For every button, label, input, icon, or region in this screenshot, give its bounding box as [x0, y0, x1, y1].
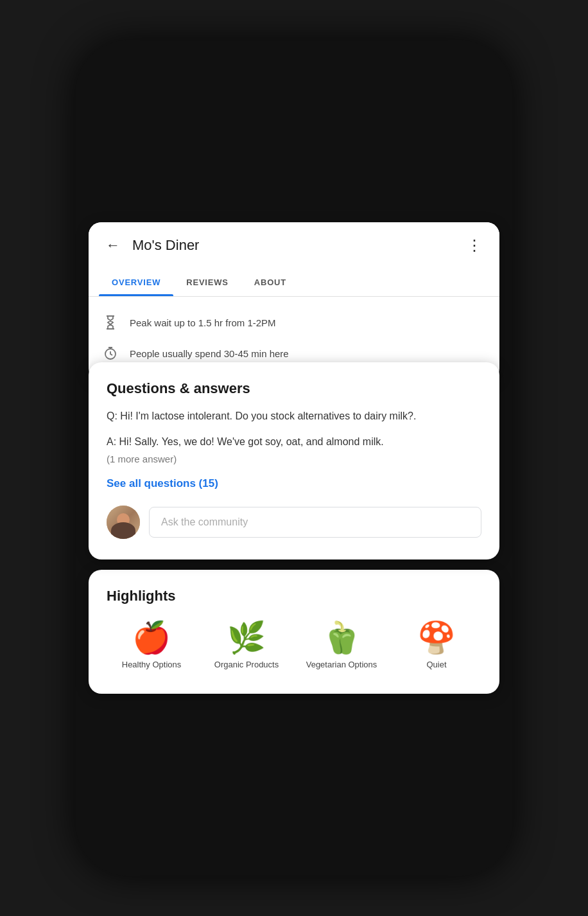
qa-answer: A: Hi! Sally. Yes, we do! We've got soy,…: [107, 434, 481, 450]
highlight-vegetarian-options: 🫑 Vegetarian Options: [297, 622, 386, 671]
avatar-image: [107, 506, 140, 539]
timer-icon: [101, 344, 119, 362]
back-arrow-icon: ←: [106, 237, 120, 254]
healthy-options-icon: 🍎: [132, 622, 171, 653]
healthy-options-label: Healthy Options: [122, 660, 182, 671]
organic-products-icon: 🌿: [227, 622, 266, 653]
back-button[interactable]: ←: [101, 234, 125, 257]
highlights-card: Highlights 🍎 Healthy Options 🌿 Organic P…: [89, 570, 499, 694]
see-all-questions-link[interactable]: See all questions (15): [107, 477, 481, 490]
user-avatar: [107, 506, 140, 539]
qa-title: Questions & answers: [107, 380, 481, 397]
more-options-button[interactable]: ⋮: [463, 234, 487, 257]
tab-reviews[interactable]: REVIEWS: [173, 269, 241, 296]
header: ← Mo's Diner ⋮: [89, 222, 499, 269]
tab-bar: OVERVIEW REVIEWS ABOUT: [89, 269, 499, 297]
vegetarian-options-icon: 🫑: [322, 622, 361, 653]
place-title: Mo's Diner: [132, 237, 463, 254]
qa-more-answers: (1 more answer): [107, 454, 481, 464]
duration-text: People usually spend 30-45 min here: [130, 348, 289, 359]
highlight-healthy-options: 🍎 Healthy Options: [107, 622, 196, 671]
ask-community-row: Ask the community: [107, 506, 481, 539]
tab-about[interactable]: ABOUT: [241, 269, 299, 296]
ask-community-input[interactable]: Ask the community: [149, 507, 481, 538]
wait-time-text: Peak wait up to 1.5 hr from 1-2PM: [130, 317, 276, 328]
highlight-quiet: 🍄 Quiet: [392, 622, 481, 671]
more-options-icon: ⋮: [467, 236, 483, 254]
vegetarian-options-label: Vegetarian Options: [306, 660, 377, 671]
tab-overview[interactable]: OVERVIEW: [99, 269, 173, 296]
highlights-title: Highlights: [107, 588, 481, 604]
wait-time-row: Peak wait up to 1.5 hr from 1-2PM: [101, 307, 487, 338]
quiet-icon: 🍄: [417, 622, 456, 653]
qa-card: Questions & answers Q: Hi! I'm lactose i…: [89, 362, 499, 559]
top-card: ← Mo's Diner ⋮ OVERVIEW REVIEWS ABOUT: [89, 222, 499, 382]
qa-question: Q: Hi! I'm lactose intolerant. Do you st…: [107, 409, 481, 424]
highlights-grid: 🍎 Healthy Options 🌿 Organic Products 🫑 V…: [107, 622, 481, 671]
phone-wrapper: ← Mo's Diner ⋮ OVERVIEW REVIEWS ABOUT: [0, 0, 588, 916]
highlight-organic-products: 🌿 Organic Products: [202, 622, 291, 671]
organic-products-label: Organic Products: [214, 660, 279, 671]
phone-content: ← Mo's Diner ⋮ OVERVIEW REVIEWS ABOUT: [89, 222, 499, 694]
quiet-label: Quiet: [426, 660, 446, 671]
hourglass-icon: [101, 313, 119, 331]
